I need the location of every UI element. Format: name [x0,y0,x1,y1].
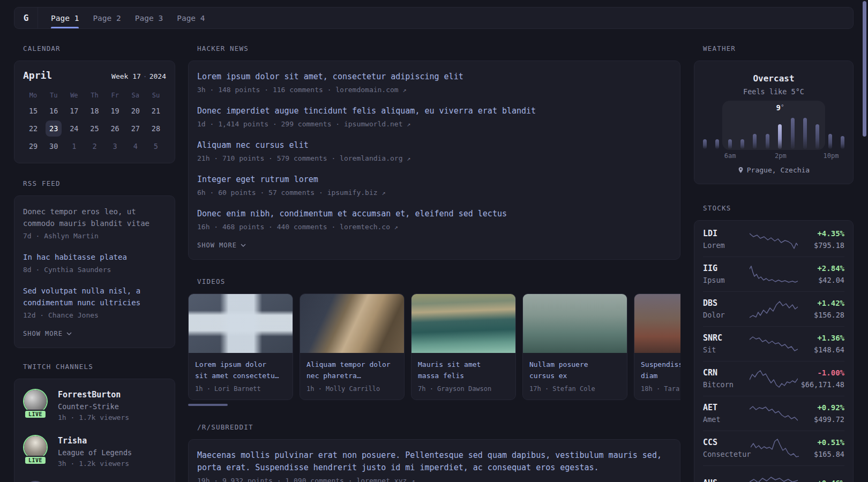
subreddit-post-title[interactable]: Maecenas mollis pulvinar erat non posuer… [197,449,671,474]
channel-meta: 1h · 1.7k viewers [58,413,129,422]
hn-item-title[interactable]: Donec imperdiet augue tincidunt felis al… [197,105,671,117]
calendar-day[interactable]: 4 [125,138,146,154]
calendar-day[interactable]: 30 [43,138,64,154]
stock-sparkline [750,334,798,353]
rss-section-label: RSS FEED [23,180,175,187]
twitch-channel-kendallcarr[interactable]: KendallCarr [23,475,166,482]
stock-row-dbs[interactable]: DBSDolor+1.42%$156.28 [703,291,844,326]
weather-bar [766,134,769,149]
calendar-day[interactable]: 17 [64,103,84,119]
stock-name: Consectetur [703,449,751,459]
stock-price: $499.72 [798,415,844,424]
degree-symbol: ° [781,103,784,110]
calendar-day[interactable]: 28 [146,120,166,137]
stock-sparkline [750,265,798,284]
tab-page-1[interactable]: Page 1 [51,7,79,28]
calendar-day[interactable]: 18 [84,103,104,119]
hacker-news-show-more-button[interactable]: SHOW MORE [197,242,246,249]
twitch-channel-trisha[interactable]: LIVETrishaLeague of Legends3h · 1.2k vie… [23,428,166,475]
weather-bar [841,136,844,149]
calendar-day[interactable]: 26 [105,120,125,137]
stock-row-crn[interactable]: CRNBitcorn-1.00%$66,171.48 [703,361,844,396]
app-logo[interactable]: G [14,7,38,28]
hn-item: Lorem ipsum dolor sit amet, consectetur … [197,71,671,95]
subreddit-section-label: /R/SUBREDDIT [197,424,680,431]
stock-change: -1.00% [798,368,844,378]
video-card[interactable]: Suspendisse diam18h · Tara [634,293,680,400]
tab-page-3[interactable]: Page 3 [135,7,163,28]
stock-change: +1.36% [798,333,844,343]
external-link-icon: ↗ [381,189,385,197]
weather-time-label: 10pm [824,152,839,160]
videos-scrollbar-thumb[interactable] [188,404,228,406]
weather-time-labels: 6am2pm10pm [703,152,844,160]
calendar-day[interactable]: 20 [125,103,146,119]
location-pin-icon [738,167,744,174]
video-card[interactable]: Lorem ipsum dolor sit amet consectetu…1h… [188,293,293,400]
calendar-week: Week 17 [111,72,141,80]
weather-bar [791,118,795,149]
rss-item-title[interactable]: Sed volutpat nulla nisl, a condimentum n… [23,285,166,308]
calendar-day[interactable]: 19 [105,103,125,119]
stock-sparkline [750,369,798,388]
stocks-card: LDILorem+4.35%$795.18IIGIpsum+2.84%$42.0… [694,220,854,482]
twitch-channel-forrestburton[interactable]: LIVEForrestBurtonCounter-Strike1h · 1.7k… [23,382,166,428]
calendar-day[interactable]: 25 [84,120,104,137]
calendar-day[interactable]: 2 [84,138,104,154]
rss-item-title[interactable]: Donec tempor eros leo, ut commodo mauris… [23,206,166,229]
video-card[interactable]: Mauris sit amet massa felis7h · Grayson … [411,293,516,400]
weather-bar [815,124,819,149]
calendar-day[interactable]: 3 [105,138,125,154]
stock-ticker: CCS [703,438,751,448]
tab-page-2[interactable]: Page 2 [93,7,121,28]
hn-item-title[interactable]: Aliquam nec cursus elit [197,139,671,152]
stock-ticker: AHS [703,478,750,482]
rss-show-more-button[interactable]: SHOW MORE [23,330,72,337]
hn-item-title[interactable]: Donec enim nibh, condimentum et accumsan… [197,208,671,220]
stock-row-snrc[interactable]: SNRCSit+1.36%$148.64 [703,326,844,361]
stock-sparkline [750,473,798,482]
current-temperature: 9° [776,103,784,112]
weekday-label: Su [146,89,166,101]
video-thumbnail-canoe-foggy-lake [523,294,627,353]
hn-item-title[interactable]: Integer eget rutrum lorem [197,174,671,186]
video-card[interactable]: Nullam posuere cursus ex17h · Stefan Col… [522,293,627,400]
calendar-day[interactable]: 16 [43,103,64,119]
stock-ticker: IIG [703,263,750,274]
calendar-day[interactable]: 29 [23,138,43,154]
stock-price: $42.04 [798,275,844,285]
hn-item-title[interactable]: Lorem ipsum dolor sit amet, consectetur … [197,71,671,83]
calendar-day[interactable]: 24 [64,120,84,137]
calendar-day-selected[interactable]: 23 [43,120,64,137]
videos-widget: VIDEOS Lorem ipsum dolor sit amet consec… [188,278,680,406]
video-card[interactable]: Aliquam tempor dolor nec pharetra…1h · M… [300,293,405,400]
calendar-day[interactable]: 5 [146,138,166,154]
hn-item-meta: 3h · 148 points · 116 comments · loremdo… [197,85,671,95]
stock-sparkline [750,404,798,423]
stock-row-ccs[interactable]: CCSConsectetur+0.51%$165.84 [703,431,844,465]
page-scrollbar-thumb[interactable] [863,1,866,137]
weekday-label: Tu [43,89,64,101]
calendar-day[interactable]: 21 [146,103,166,119]
channel-name: ForrestBurton [58,390,129,400]
twitch-card: LIVEForrestBurtonCounter-Strike1h · 1.7k… [14,379,175,482]
weather-card: Overcast Feels like 5°C 9° 6am2pm10pm Pr… [694,61,854,184]
stocks-widget: STOCKS LDILorem+4.35%$795.18IIGIpsum+2.8… [694,205,854,482]
weather-location-row: Prague, Czechia [703,166,844,174]
video-meta: 7h · Grayson Dawson [418,385,509,393]
hacker-news-widget: HACKER NEWS Lorem ipsum dolor sit amet, … [188,45,680,260]
stock-row-aet[interactable]: AETAmet+0.92%$499.72 [703,396,844,431]
stock-row-ldi[interactable]: LDILorem+4.35%$795.18 [703,222,844,257]
video-thumbnail-foggy-red-field [634,294,680,353]
calendar-day[interactable]: 1 [64,138,84,154]
stock-row-iig[interactable]: IIGIpsum+2.84%$42.04 [703,257,844,291]
calendar-day[interactable]: 15 [23,103,43,119]
stock-row-ahs[interactable]: AHS+0.46% [703,465,844,482]
calendar-day[interactable]: 22 [23,120,43,137]
stock-ticker: AET [703,403,750,413]
calendar-day[interactable]: 27 [125,120,146,137]
tab-page-4[interactable]: Page 4 [177,7,205,28]
stock-sparkline [751,439,799,458]
calendar-section-label: CALENDAR [23,45,175,52]
rss-item-title[interactable]: In hac habitasse platea [23,251,166,263]
